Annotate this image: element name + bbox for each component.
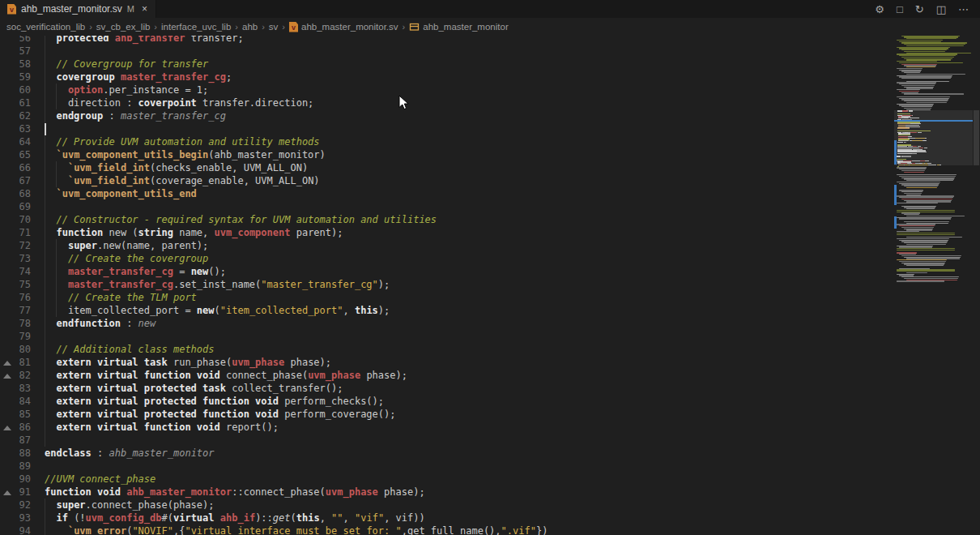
line-number[interactable]: 77	[0, 304, 31, 317]
code-line[interactable]: 65 `uvm_component_utils_begin(ahb_master…	[0, 148, 883, 161]
code-line[interactable]: 94 `uvm_error("NOVIF",{"virtual interfac…	[0, 524, 883, 535]
line-number[interactable]: 87	[0, 434, 31, 447]
layout-icon[interactable]: □	[897, 4, 903, 15]
scrollbar-thumb[interactable]	[974, 110, 979, 165]
line-number[interactable]: 62	[0, 109, 31, 122]
breadcrumb-item-ahb[interactable]: ahb	[242, 22, 258, 32]
line-number[interactable]: 89	[0, 460, 31, 473]
line-number[interactable]: 69	[0, 200, 31, 213]
gutter-triangle-marker[interactable]	[3, 490, 11, 495]
line-number[interactable]: 59	[0, 71, 31, 83]
line-number[interactable]: 60	[0, 83, 31, 96]
code-line[interactable]: 64 // Provide UVM automation and utility…	[0, 135, 883, 148]
code-line[interactable]: 82 extern virtual function void connect_…	[0, 369, 883, 382]
minimap-line	[904, 178, 954, 179]
code-line[interactable]: 57	[0, 45, 883, 58]
line-number[interactable]: 61	[0, 96, 31, 109]
code-line[interactable]: 85 extern virtual protected function voi…	[0, 408, 883, 421]
code-line[interactable]: 69	[0, 200, 883, 213]
line-number[interactable]: 66	[0, 161, 31, 174]
breadcrumb-item-soc_verification_lib[interactable]: soc_verification_lib	[6, 22, 85, 32]
more-actions-icon[interactable]: ⋯	[958, 4, 969, 15]
code-token: super	[56, 499, 85, 511]
line-number[interactable]: 78	[0, 317, 31, 330]
breadcrumb-item-sv_cb_ex_lib[interactable]: sv_cb_ex_lib	[96, 22, 150, 32]
line-number[interactable]: 63	[0, 122, 31, 135]
line-number[interactable]: 76	[0, 291, 31, 304]
code-line[interactable]: 89	[0, 460, 883, 473]
scrollbar[interactable]	[973, 36, 980, 535]
code-line[interactable]: 66 `uvm_field_int(checks_enable, UVM_ALL…	[0, 161, 883, 174]
code-line[interactable]: 74 master_transfer_cg = new();	[0, 265, 883, 278]
gutter-triangle-marker[interactable]	[3, 374, 11, 379]
gutter-triangle-marker[interactable]	[3, 361, 11, 366]
line-number[interactable]: 57	[0, 45, 31, 58]
code-line[interactable]: 92 super.connect_phase(phase);	[0, 499, 883, 511]
code-line[interactable]: 93 if (!uvm_config_db#(virtual ahb_if)::…	[0, 511, 883, 524]
line-number[interactable]: 68	[0, 187, 31, 200]
code-line[interactable]: 76 // Create the TLM port	[0, 291, 883, 304]
line-number[interactable]: 75	[0, 278, 31, 291]
code-line[interactable]: 86 extern virtual function void report()…	[0, 421, 883, 434]
breadcrumb-item-sv[interactable]: sv	[269, 22, 279, 32]
line-number[interactable]: 85	[0, 408, 31, 421]
line-number[interactable]: 64	[0, 135, 31, 148]
editor[interactable]: 56 protected ahb_transfer transfer;5758 …	[0, 36, 980, 535]
code-line[interactable]: 79	[0, 330, 883, 343]
line-number[interactable]: 80	[0, 343, 31, 356]
line-number[interactable]: 74	[0, 265, 31, 278]
code-line[interactable]: 58 // Covergroup for transfer	[0, 58, 883, 71]
line-number[interactable]: 72	[0, 239, 31, 252]
code-line[interactable]: 88endclass : ahb_master_monitor	[0, 447, 883, 460]
code-line[interactable]: 61 direction : coverpoint transfer.direc…	[0, 96, 883, 109]
line-number[interactable]: 56	[0, 36, 31, 45]
line-number[interactable]: 92	[0, 499, 31, 511]
code-line[interactable]: 73 // Create the covergroup	[0, 252, 883, 265]
code-line[interactable]: 59 covergroup master_transfer_cg;	[0, 71, 883, 83]
split-editor-icon[interactable]: ◫	[936, 4, 946, 15]
sync-icon[interactable]: ↻	[915, 4, 924, 15]
breadcrumb-item-ahb_master_monitor[interactable]: ahb_master_monitor	[409, 22, 508, 32]
code-line[interactable]: 91function void ahb_master_monitor::conn…	[0, 486, 883, 499]
code-line[interactable]: 77 item_collected_port = new("item_colle…	[0, 304, 883, 317]
code-line[interactable]: 62 endgroup : master_transfer_cg	[0, 109, 883, 122]
minimap[interactable]	[894, 36, 973, 535]
code-line[interactable]: 68 `uvm_component_utils_end	[0, 187, 883, 200]
tab-ahb-master-monitor[interactable]: v ahb_master_monitor.sv M ×	[0, 0, 156, 18]
code-line[interactable]: 63	[0, 122, 883, 135]
line-number[interactable]: 90	[0, 473, 31, 486]
breadcrumb-item-interface_uvc_lib[interactable]: interface_uvc_lib	[161, 22, 231, 32]
code-line[interactable]: 90//UVM connect_phase	[0, 473, 883, 486]
line-number[interactable]: 94	[0, 524, 31, 535]
code-line[interactable]: 84 extern virtual protected function voi…	[0, 395, 883, 408]
line-number[interactable]: 79	[0, 330, 31, 343]
code-line[interactable]: 70 // Constructor - required syntax for …	[0, 213, 883, 226]
code-line[interactable]: 56 protected ahb_transfer transfer;	[0, 36, 883, 45]
breadcrumb-item-ahb_master_monitor.sv[interactable]: vahb_master_monitor.sv	[289, 22, 398, 32]
line-number[interactable]: 93	[0, 511, 31, 524]
code-line[interactable]: 60 option.per_instance = 1;	[0, 83, 883, 96]
line-number[interactable]: 71	[0, 226, 31, 239]
code-line[interactable]: 67 `uvm_field_int(coverage_enable, UVM_A…	[0, 174, 883, 187]
minimap-viewport[interactable]	[894, 110, 973, 165]
code-line[interactable]: 75 master_transfer_cg.set_inst_name("mas…	[0, 278, 883, 291]
line-number[interactable]: 70	[0, 213, 31, 226]
code-line[interactable]: 72 super.new(name, parent);	[0, 239, 883, 252]
line-number[interactable]: 67	[0, 174, 31, 187]
line-number[interactable]: 73	[0, 252, 31, 265]
close-icon[interactable]: ×	[142, 3, 147, 15]
code-line[interactable]: 71 function new (string name, uvm_compon…	[0, 226, 883, 239]
code-line[interactable]: 78 endfunction : new	[0, 317, 883, 330]
line-number[interactable]: 84	[0, 395, 31, 408]
code-line[interactable]: 87	[0, 434, 883, 447]
line-number[interactable]: 65	[0, 148, 31, 161]
line-number[interactable]: 88	[0, 447, 31, 460]
gutter-triangle-marker[interactable]	[3, 426, 11, 430]
minimap-line	[906, 195, 921, 195]
code-line[interactable]: 81 extern virtual task run_phase(uvm_pha…	[0, 356, 883, 369]
line-number[interactable]: 58	[0, 58, 31, 71]
line-number[interactable]: 83	[0, 382, 31, 395]
code-line[interactable]: 83 extern virtual protected task collect…	[0, 382, 883, 395]
settings-icon[interactable]: ⚙	[875, 4, 884, 15]
code-line[interactable]: 80 // Additional class methods	[0, 343, 883, 356]
